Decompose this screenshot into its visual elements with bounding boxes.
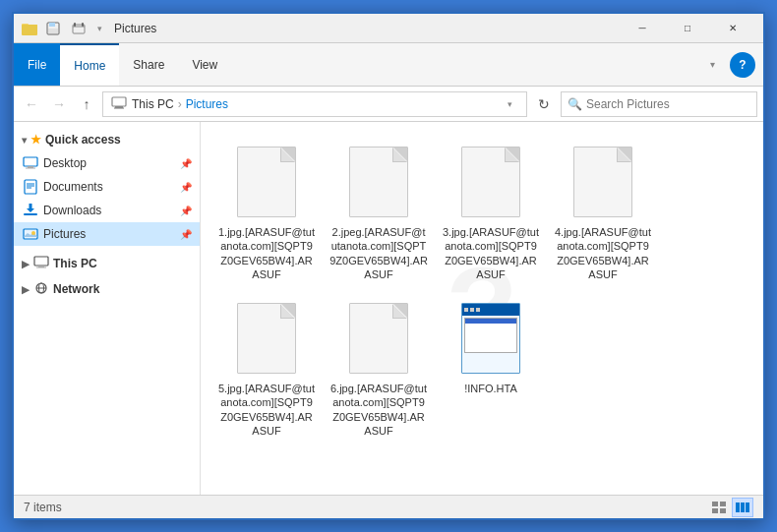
file-item-5[interactable]: 5.jpg.[ARASUF@tutanota.com][SQPT9Z0GEV65… bbox=[212, 290, 321, 443]
file-item-6[interactable]: 6.jpg.[ARASUF@tutanota.com][SQPT9Z0GEV65… bbox=[325, 290, 433, 443]
svg-rect-35 bbox=[720, 508, 726, 513]
file-item-7[interactable]: !INFO.HTA bbox=[437, 290, 545, 443]
back-button[interactable]: ← bbox=[20, 91, 43, 117]
sidebar-item-downloads[interactable]: Downloads 📌 bbox=[14, 199, 200, 222]
breadcrumb-sep1: › bbox=[178, 97, 182, 111]
ribbon: File Home Share View ▾ ? bbox=[14, 43, 763, 87]
file-icon-2 bbox=[343, 143, 414, 221]
path-dropdown-button[interactable]: ▾ bbox=[501, 95, 518, 113]
large-icons-view-button[interactable] bbox=[732, 498, 753, 517]
qat-properties-button[interactable] bbox=[67, 19, 90, 38]
ribbon-chevron-down[interactable]: ▾ bbox=[700, 52, 724, 78]
thispc-arrow: ▶ bbox=[22, 259, 30, 269]
svg-rect-16 bbox=[25, 180, 36, 194]
quick-access-arrow: ▾ bbox=[22, 135, 27, 146]
tab-share[interactable]: Share bbox=[119, 43, 178, 86]
minimize-button[interactable]: ─ bbox=[620, 14, 665, 43]
tab-file[interactable]: File bbox=[14, 43, 60, 86]
sidebar-item-label-pictures: Pictures bbox=[43, 227, 86, 241]
svg-point-25 bbox=[31, 231, 35, 235]
svg-rect-10 bbox=[112, 97, 126, 106]
window-icon bbox=[22, 21, 37, 36]
file-icon-1 bbox=[231, 143, 302, 221]
sidebar-item-label-documents: Documents bbox=[43, 180, 103, 194]
up-button[interactable]: ↑ bbox=[75, 91, 98, 117]
sidebar-item-pictures[interactable]: Pictures 📌 bbox=[14, 222, 200, 246]
search-icon: 🔍 bbox=[568, 97, 582, 111]
sidebar: ▾ ★ Quick access Desktop 📌 Documents 📌 bbox=[14, 122, 201, 495]
search-input[interactable] bbox=[586, 97, 750, 111]
downloads-icon bbox=[22, 202, 39, 219]
view-toggle bbox=[708, 498, 753, 517]
sidebar-section-network[interactable]: ▶ Network bbox=[14, 275, 200, 301]
main-area: ▾ ★ Quick access Desktop 📌 Documents 📌 bbox=[14, 122, 763, 495]
window-title: Pictures bbox=[114, 22, 620, 35]
sidebar-item-desktop[interactable]: Desktop 📌 bbox=[14, 151, 200, 175]
pin-icon-desktop: 📌 bbox=[180, 158, 192, 169]
sidebar-item-label-network: Network bbox=[53, 282, 99, 296]
statusbar: 7 items bbox=[14, 495, 763, 518]
svg-rect-13 bbox=[24, 157, 37, 166]
window-controls: ─ □ ✕ bbox=[620, 14, 755, 43]
network-arrow: ▶ bbox=[22, 284, 30, 295]
refresh-button[interactable]: ↻ bbox=[531, 91, 557, 117]
svg-rect-32 bbox=[712, 502, 718, 506]
file-grid: 1.jpg.[ARASUF@tutanota.com][SQPT9Z0GEV65… bbox=[209, 130, 755, 446]
titlebar: ▾ Pictures ─ □ ✕ bbox=[14, 14, 763, 43]
pin-icon-pictures: 📌 bbox=[180, 229, 192, 240]
network-icon bbox=[33, 281, 49, 298]
address-bar: ← → ↑ This PC › Pictures ▾ ↻ 🔍 bbox=[14, 87, 763, 122]
file-label-7: !INFO.HTA bbox=[464, 382, 517, 395]
sidebar-section-quick-access[interactable]: ▾ ★ Quick access bbox=[14, 126, 200, 151]
pictures-icon bbox=[22, 225, 39, 243]
forward-button[interactable]: → bbox=[47, 91, 71, 117]
file-icon-6 bbox=[343, 299, 414, 378]
ribbon-help-button[interactable]: ? bbox=[730, 52, 755, 78]
svg-rect-37 bbox=[741, 502, 745, 512]
svg-rect-4 bbox=[49, 23, 55, 27]
list-view-button[interactable] bbox=[708, 498, 730, 517]
svg-rect-9 bbox=[82, 23, 84, 27]
item-count: 7 items bbox=[24, 501, 62, 514]
file-label-1: 1.jpg.[ARASUF@tutanota.com][SQPT9Z0GEV65… bbox=[217, 225, 316, 281]
close-button[interactable]: ✕ bbox=[710, 14, 755, 43]
pin-icon-documents: 📌 bbox=[180, 182, 192, 193]
sidebar-item-label-thispc: This PC bbox=[53, 257, 97, 270]
svg-rect-2 bbox=[22, 25, 37, 34]
file-content: ? 1.jpg.[ARASUF@tutanota.com][SQPT9Z0GEV… bbox=[201, 122, 763, 495]
file-item-1[interactable]: 1.jpg.[ARASUF@tutanota.com][SQPT9Z0GEV65… bbox=[212, 134, 321, 286]
file-label-3: 3.jpg.[ARASUF@tutanota.com][SQPT9Z0GEV65… bbox=[442, 225, 540, 281]
sidebar-section-label-quick-access: ★ bbox=[30, 133, 41, 147]
svg-rect-5 bbox=[48, 29, 58, 33]
file-icon-3 bbox=[455, 143, 526, 221]
svg-rect-34 bbox=[712, 508, 718, 513]
file-label-2: 2.jpeg.[ARASUF@tutanota.com][SQPT9Z0GEV6… bbox=[329, 225, 428, 281]
pin-icon-downloads: 📌 bbox=[180, 206, 192, 216]
maximize-button[interactable]: □ bbox=[665, 14, 710, 43]
qat-save-button[interactable] bbox=[41, 19, 65, 38]
tab-view[interactable]: View bbox=[178, 43, 231, 86]
svg-rect-33 bbox=[720, 502, 726, 506]
search-box[interactable]: 🔍 bbox=[561, 91, 757, 117]
qat-dropdown-button[interactable]: ▾ bbox=[92, 19, 106, 38]
documents-icon bbox=[22, 178, 39, 196]
file-icon-7 bbox=[455, 299, 526, 378]
svg-rect-23 bbox=[24, 229, 37, 239]
file-item-3[interactable]: 3.jpg.[ARASUF@tutanota.com][SQPT9Z0GEV65… bbox=[437, 134, 545, 286]
sidebar-item-documents[interactable]: Documents 📌 bbox=[14, 175, 200, 199]
svg-rect-38 bbox=[746, 502, 749, 512]
tab-home[interactable]: Home bbox=[60, 43, 119, 86]
file-item-2[interactable]: 2.jpeg.[ARASUF@tutanota.com][SQPT9Z0GEV6… bbox=[325, 134, 433, 286]
thispc-icon bbox=[33, 256, 49, 272]
file-icon-4 bbox=[568, 143, 638, 221]
breadcrumb: This PC › Pictures bbox=[111, 95, 228, 112]
svg-rect-36 bbox=[736, 502, 740, 512]
svg-rect-26 bbox=[34, 257, 48, 266]
sidebar-item-label-downloads: Downloads bbox=[43, 204, 101, 217]
file-label-6: 6.jpg.[ARASUF@tutanota.com][SQPT9Z0GEV65… bbox=[329, 382, 428, 438]
file-item-4[interactable]: 4.jpg.[ARASUF@tutanota.com][SQPT9Z0GEV65… bbox=[549, 134, 657, 286]
address-path[interactable]: This PC › Pictures ▾ bbox=[102, 91, 527, 117]
sidebar-item-label-desktop: Desktop bbox=[43, 156, 87, 170]
breadcrumb-thispc: This PC bbox=[132, 97, 174, 111]
sidebar-section-thispc[interactable]: ▶ This PC bbox=[14, 250, 200, 275]
